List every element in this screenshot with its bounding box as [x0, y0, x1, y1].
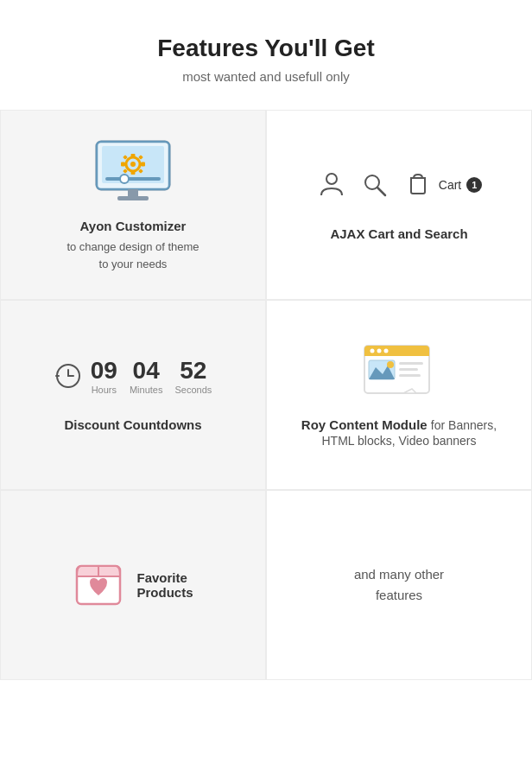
svg-point-27	[370, 349, 375, 353]
card-ayon-customizer: Ayon Customizer to change design of them…	[0, 110, 266, 300]
svg-rect-8	[141, 162, 145, 167]
minutes-number: 04	[133, 359, 160, 383]
cart-count-badge: 1	[466, 177, 482, 193]
features-grid: Ayon Customizer to change design of them…	[0, 110, 532, 680]
ayon-desc: to change design of themeto your needs	[66, 239, 199, 272]
svg-line-19	[377, 188, 385, 195]
page-header: Features You'll Get most wanted and usef…	[0, 0, 532, 110]
favorite-heart-icon	[73, 559, 124, 611]
hours-unit: 09 Hours	[91, 359, 117, 395]
card-ajax-cart: Cart 1 AJAX Cart and Search	[266, 110, 532, 300]
roy-content-icon	[360, 341, 438, 410]
card-discount-countdown: 09 Hours 04 Minutes 52 Seconds Discount …	[0, 300, 266, 490]
seconds-number: 52	[180, 359, 206, 383]
ayon-title: Ayon Customizer	[80, 219, 187, 233]
hours-number: 09	[91, 359, 117, 383]
minutes-label: Minutes	[130, 385, 163, 395]
hours-label: Hours	[92, 385, 117, 395]
countdown-title: Discount Countdowns	[64, 417, 201, 432]
card-favorite-products: FavoriteProducts	[0, 490, 266, 680]
seconds-label: Seconds	[174, 385, 212, 395]
minutes-unit: 04 Minutes	[130, 359, 163, 395]
countdown-display: 09 Hours 04 Minutes 52 Seconds	[54, 359, 212, 395]
svg-rect-5	[131, 154, 136, 158]
search-icon	[359, 169, 390, 200]
person-icon	[316, 169, 347, 200]
card-many-features: and many otherfeatures	[266, 490, 532, 680]
svg-rect-6	[131, 170, 136, 175]
svg-point-4	[130, 162, 136, 167]
cart-badge: Cart 1	[402, 169, 482, 200]
svg-rect-34	[399, 368, 418, 371]
svg-rect-16	[117, 196, 149, 200]
roy-title-wrapper: Roy Content Module for Banners, HTML blo…	[284, 417, 514, 448]
svg-rect-35	[399, 374, 421, 377]
roy-title: Roy Content Module	[301, 417, 431, 432]
ajax-title: AJAX Cart and Search	[330, 226, 467, 241]
svg-rect-33	[399, 362, 423, 365]
monitor-customizer-icon	[90, 137, 176, 207]
card-roy-content: Roy Content Module for Banners, HTML blo…	[266, 300, 532, 490]
ajax-icons-row: Cart 1	[316, 169, 482, 200]
svg-point-17	[326, 174, 337, 184]
page-title: Features You'll Get	[17, 35, 515, 62]
cart-bag-icon	[402, 169, 434, 200]
clock-icon	[54, 362, 82, 390]
fav-row: FavoriteProducts	[73, 559, 193, 611]
svg-rect-7	[121, 162, 125, 167]
svg-point-28	[377, 349, 382, 353]
svg-point-14	[120, 175, 129, 183]
svg-point-32	[387, 361, 394, 368]
svg-rect-15	[128, 189, 138, 196]
svg-rect-13	[105, 177, 161, 181]
svg-point-29	[384, 349, 389, 353]
many-features-text: and many otherfeatures	[354, 564, 444, 606]
seconds-unit: 52 Seconds	[174, 359, 212, 395]
cart-label: Cart	[439, 178, 461, 192]
page-subtitle: most wanted and usefull only	[17, 69, 515, 84]
countdown-units: 09 Hours 04 Minutes 52 Seconds	[91, 359, 212, 395]
fav-title: FavoriteProducts	[136, 570, 193, 600]
